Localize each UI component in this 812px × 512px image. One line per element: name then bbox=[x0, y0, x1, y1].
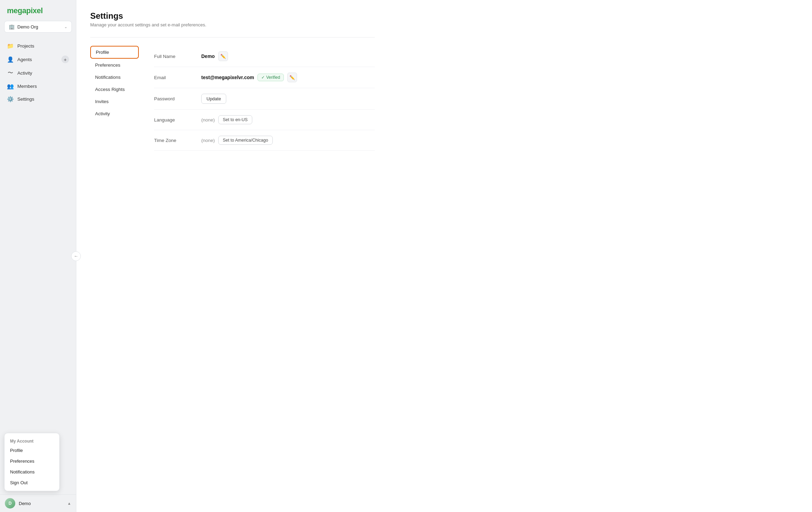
settings-nav-notifications[interactable]: Notifications bbox=[90, 72, 139, 83]
org-icon: 🏢 bbox=[9, 24, 15, 30]
account-popup-item-notifications[interactable]: Notifications bbox=[5, 467, 59, 477]
timezone-label: Time Zone bbox=[154, 138, 196, 143]
settings-nav-invites[interactable]: Invites bbox=[90, 96, 139, 107]
sidebar-collapse-button[interactable]: ← bbox=[71, 251, 81, 261]
password-value: Update bbox=[201, 94, 375, 104]
activity-icon: 〜 bbox=[7, 69, 14, 77]
account-popup-item-profile[interactable]: Profile bbox=[5, 445, 59, 456]
verified-label: Verified bbox=[266, 75, 280, 80]
timezone-set-button[interactable]: Set to America/Chicago bbox=[218, 136, 273, 145]
account-popup-item-sign-out[interactable]: Sign Out bbox=[5, 477, 59, 488]
verified-badge: ✓ Verified bbox=[257, 74, 284, 81]
language-none-text: (none) bbox=[201, 117, 215, 123]
form-row-language: Language (none) Set to en-US bbox=[154, 110, 375, 130]
add-agent-button[interactable]: + bbox=[61, 56, 69, 63]
fullname-value: Demo ✏️ bbox=[201, 51, 375, 61]
sidebar-item-members[interactable]: 👥 Members bbox=[3, 80, 73, 93]
sidebar-item-label: Projects bbox=[17, 43, 69, 49]
settings-form: Full Name Demo ✏️ Email test@megapixelvr… bbox=[146, 46, 375, 151]
main-content: Settings Manage your account settings an… bbox=[76, 0, 812, 512]
sidebar-item-label: Members bbox=[17, 84, 69, 89]
language-set-button[interactable]: Set to en-US bbox=[218, 115, 252, 124]
fullname-label: Full Name bbox=[154, 54, 196, 59]
brand-logo: megapixel bbox=[0, 0, 76, 21]
email-value: test@megapixelvr.com ✓ Verified ✏️ bbox=[201, 73, 375, 82]
content-area: Settings Manage your account settings an… bbox=[76, 0, 389, 162]
form-row-timezone: Time Zone (none) Set to America/Chicago bbox=[154, 130, 375, 151]
sidebar-item-label: Activity bbox=[17, 70, 69, 76]
sidebar-item-settings[interactable]: ⚙️ Settings bbox=[3, 93, 73, 106]
agents-icon: 👤 bbox=[7, 56, 14, 63]
language-value: (none) Set to en-US bbox=[201, 115, 375, 124]
fullname-edit-button[interactable]: ✏️ bbox=[218, 51, 228, 61]
password-update-button[interactable]: Update bbox=[201, 94, 226, 104]
password-label: Password bbox=[154, 96, 196, 101]
form-row-fullname: Full Name Demo ✏️ bbox=[154, 46, 375, 67]
page-subtitle: Manage your account settings and set e-m… bbox=[90, 22, 375, 27]
email-text: test@megapixelvr.com bbox=[201, 75, 254, 80]
sidebar-item-label: Agents bbox=[17, 57, 58, 62]
fullname-text: Demo bbox=[201, 53, 215, 59]
account-popup: My Account Profile Preferences Notificat… bbox=[4, 433, 60, 491]
settings-nav-profile[interactable]: Profile bbox=[90, 46, 139, 59]
language-label: Language bbox=[154, 117, 196, 123]
form-row-email: Email test@megapixelvr.com ✓ Verified ✏️ bbox=[154, 67, 375, 88]
account-popup-item-preferences[interactable]: Preferences bbox=[5, 456, 59, 467]
email-label: Email bbox=[154, 75, 196, 80]
settings-icon: ⚙️ bbox=[7, 96, 14, 102]
user-name: Demo bbox=[19, 501, 31, 506]
org-selector[interactable]: 🏢 Demo Org ⌄ bbox=[4, 21, 72, 33]
sidebar: megapixel 🏢 Demo Org ⌄ 📁 Projects 👤 Agen… bbox=[0, 0, 76, 512]
members-icon: 👥 bbox=[7, 83, 14, 90]
user-bar[interactable]: D Demo ▲ bbox=[0, 494, 76, 512]
timezone-value: (none) Set to America/Chicago bbox=[201, 136, 375, 145]
projects-icon: 📁 bbox=[7, 43, 14, 49]
account-popup-title: My Account bbox=[5, 436, 59, 445]
settings-layout: Profile Preferences Notifications Access… bbox=[90, 46, 375, 151]
nav-items: 📁 Projects 👤 Agents + 〜 Activity 👥 Membe… bbox=[0, 38, 76, 494]
form-row-password: Password Update bbox=[154, 88, 375, 110]
settings-nav: Profile Preferences Notifications Access… bbox=[90, 46, 146, 151]
left-arrow-icon: ← bbox=[74, 253, 78, 259]
sidebar-item-activity[interactable]: 〜 Activity bbox=[3, 66, 73, 80]
verified-check-icon: ✓ bbox=[261, 75, 265, 80]
timezone-none-text: (none) bbox=[201, 138, 215, 143]
user-chevron-icon: ▲ bbox=[67, 501, 71, 505]
sidebar-item-projects[interactable]: 📁 Projects bbox=[3, 40, 73, 52]
email-edit-button[interactable]: ✏️ bbox=[287, 73, 297, 82]
org-chevron-icon: ⌄ bbox=[64, 25, 67, 29]
settings-nav-access-rights[interactable]: Access Rights bbox=[90, 84, 139, 95]
divider bbox=[90, 37, 375, 37]
settings-nav-activity[interactable]: Activity bbox=[90, 108, 139, 119]
settings-nav-preferences[interactable]: Preferences bbox=[90, 59, 139, 71]
page-title: Settings bbox=[90, 11, 375, 21]
sidebar-item-label: Settings bbox=[17, 96, 69, 102]
org-name: Demo Org bbox=[17, 24, 61, 30]
sidebar-item-agents[interactable]: 👤 Agents + bbox=[3, 52, 73, 66]
avatar: D bbox=[5, 498, 15, 509]
